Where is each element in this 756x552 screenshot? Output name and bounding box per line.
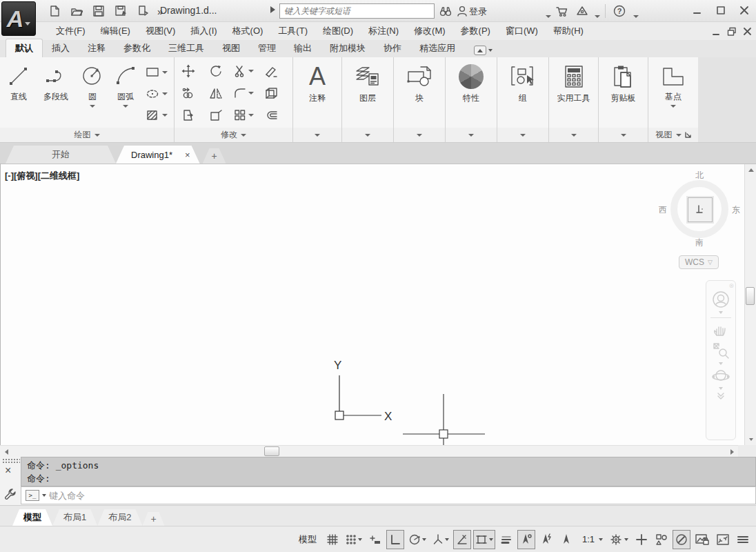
scroll-up-icon[interactable] (745, 164, 756, 175)
plot-button[interactable] (135, 3, 150, 19)
arc-dropdown-icon[interactable] (123, 105, 128, 108)
hatch-button[interactable] (143, 108, 170, 122)
base-point-button[interactable]: 基点 (659, 60, 687, 128)
command-prompt-icon[interactable]: >_ (26, 490, 39, 501)
app-store-cart-icon[interactable] (554, 3, 570, 19)
scroll-left-icon[interactable] (1, 447, 11, 456)
command-input[interactable] (49, 491, 755, 501)
scroll-right-icon[interactable] (727, 447, 737, 456)
file-tab-new-button[interactable]: + (203, 148, 226, 164)
ribbon-tab-collaborate[interactable]: 协作 (375, 39, 410, 57)
file-tab-close-icon[interactable]: × (185, 150, 190, 160)
ellipse-button[interactable] (143, 87, 170, 101)
view-panel-launcher-icon[interactable] (685, 132, 691, 138)
annotation-scale-value[interactable]: 1:1 (577, 530, 605, 549)
save-button[interactable] (91, 3, 106, 19)
annotation-autoscale-button[interactable] (537, 530, 555, 549)
save-as-button[interactable] (113, 3, 128, 19)
grid-display-button[interactable] (324, 530, 341, 549)
groups-panel-flyout[interactable] (497, 128, 548, 142)
annotate-panel-flyout[interactable] (293, 128, 341, 142)
trim-button[interactable] (234, 65, 254, 77)
menu-draw[interactable]: 绘图(D) (315, 22, 361, 40)
rectangle-button[interactable] (143, 66, 170, 79)
command-recent-caret-icon[interactable] (42, 494, 46, 497)
command-grip-handle[interactable] (2, 458, 20, 464)
app-logo-button[interactable]: A (1, 1, 36, 36)
clipboard-panel-flyout[interactable] (599, 128, 648, 142)
ribbon-tab-insert[interactable]: 插入 (43, 39, 79, 57)
signin-button[interactable]: 登录 (469, 6, 487, 18)
clipboard-button[interactable]: 剪贴板 (611, 60, 636, 128)
arc-button[interactable]: 圆弧 (108, 60, 143, 128)
file-tab-drawing1[interactable]: Drawing1* × (116, 146, 200, 164)
layout-tab-layout2[interactable]: 布局2 (97, 509, 142, 526)
maximize-button[interactable] (715, 4, 727, 17)
ribbon-tab-featured[interactable]: 精选应用 (410, 39, 464, 57)
polyline-button[interactable]: 多段线 (34, 60, 77, 128)
quick-properties-button[interactable] (653, 530, 670, 549)
mdi-restore-button[interactable] (727, 26, 736, 39)
help-icon[interactable]: ? (611, 3, 628, 19)
offset-button[interactable] (264, 108, 278, 122)
ribbon-tab-home[interactable]: 默认 (6, 39, 43, 57)
a360-icon[interactable] (574, 3, 590, 19)
menu-parametric[interactable]: 参数(P) (453, 22, 498, 40)
object-snap-button[interactable] (473, 530, 495, 549)
layout-tab-layout1[interactable]: 布局1 (52, 509, 97, 526)
view-panel-label[interactable]: 视图 (648, 128, 698, 142)
lineweight-button[interactable] (497, 530, 515, 549)
annotate-button[interactable]: A 注释 (309, 60, 326, 128)
mdi-minimize-button[interactable] (712, 26, 720, 39)
utilities-panel-flyout[interactable] (549, 128, 598, 142)
block-panel-flyout[interactable] (394, 128, 445, 142)
menu-dimension[interactable]: 标注(N) (361, 22, 406, 40)
mdi-close-button[interactable] (743, 26, 752, 39)
isolate-objects-button[interactable] (693, 530, 712, 549)
menu-modify[interactable]: 修改(M) (406, 22, 453, 40)
ribbon-tab-parametric[interactable]: 参数化 (115, 39, 159, 57)
layers-panel-flyout[interactable] (342, 128, 393, 142)
ribbon-minimize-button[interactable] (474, 46, 493, 55)
customization-button[interactable] (734, 530, 752, 549)
ribbon-tab-annotate[interactable]: 注释 (79, 39, 115, 57)
new-file-button[interactable] (47, 3, 62, 19)
open-file-button[interactable] (69, 3, 84, 19)
status-model-space-button[interactable]: 模型 (294, 530, 321, 549)
snap-mode-button[interactable] (344, 530, 364, 549)
horizontal-scrollbar[interactable] (0, 445, 738, 457)
layout-tab-model[interactable]: 模型 (12, 509, 52, 526)
annotation-monitor-button[interactable] (633, 530, 650, 549)
annotation-scale-button[interactable] (557, 530, 575, 549)
erase-button[interactable] (264, 64, 278, 78)
fillet-button[interactable] (234, 87, 254, 99)
line-button[interactable]: 直线 (3, 60, 34, 128)
menu-help[interactable]: 帮助(H) (546, 22, 591, 40)
utilities-button[interactable]: 实用工具 (557, 60, 590, 128)
object-snap-tracking-button[interactable] (453, 530, 471, 549)
workspace-switching-button[interactable] (607, 530, 630, 549)
horizontal-scroll-thumb[interactable] (264, 446, 279, 456)
isometric-drafting-button[interactable] (430, 530, 451, 549)
command-close-icon[interactable]: × (5, 465, 11, 476)
layers-button[interactable]: 图层 (354, 60, 381, 128)
polar-tracking-button[interactable] (406, 530, 428, 549)
menu-window[interactable]: 窗口(W) (498, 22, 546, 40)
minimize-button[interactable] (691, 4, 704, 17)
vertical-scroll-thumb[interactable] (746, 287, 755, 305)
rotate-button[interactable] (209, 64, 223, 78)
search-input[interactable] (279, 3, 435, 19)
ribbon-tab-3dtools[interactable]: 三维工具 (159, 39, 213, 57)
layout-tab-new-button[interactable]: + (142, 512, 164, 526)
menu-view[interactable]: 视图(V) (138, 22, 183, 40)
command-history[interactable]: 命令: _options 命令: (21, 457, 756, 486)
user-icon[interactable] (454, 3, 470, 19)
search-flyout-icon[interactable] (270, 6, 275, 13)
menu-tools[interactable]: 工具(T) (270, 22, 315, 40)
annotation-visibility-button[interactable] (517, 530, 535, 549)
clean-screen-button[interactable] (714, 530, 732, 549)
menu-edit[interactable]: 编辑(E) (93, 22, 138, 40)
search-binoculars-icon[interactable] (437, 3, 454, 19)
copy-button[interactable] (181, 86, 195, 100)
close-button[interactable] (738, 4, 750, 17)
